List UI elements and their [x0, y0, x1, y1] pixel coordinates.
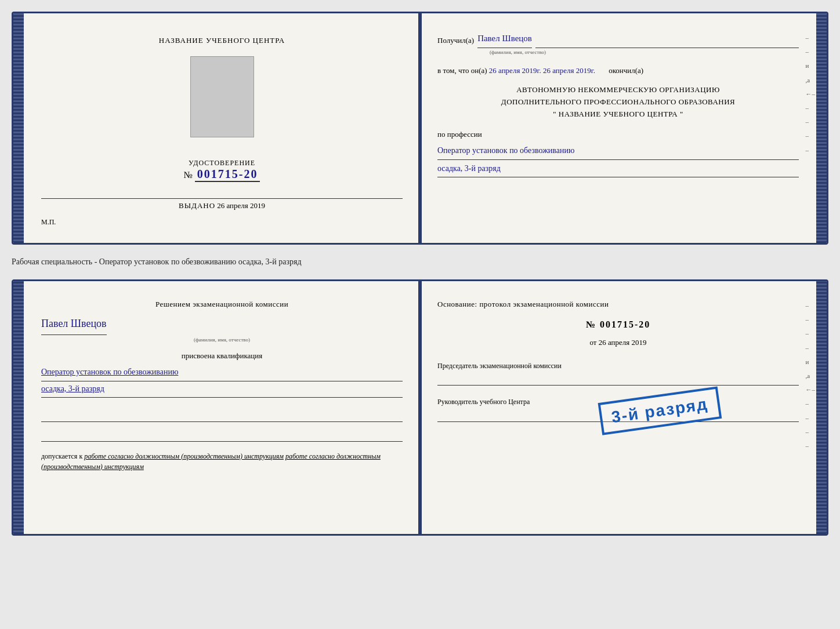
date-from-prefix: от: [589, 338, 596, 347]
page-wrapper: НАЗВАНИЕ УЧЕБНОГО ЦЕНТРА УДОСТОВЕРЕНИЕ №…: [12, 12, 828, 536]
center-name: НАЗВАНИЕ УЧЕБНОГО ЦЕНТРА: [159, 35, 285, 46]
person-name-bottom: Павел Швецов: [41, 314, 107, 335]
cert-label: УДОСТОВЕРЕНИЕ: [184, 159, 260, 168]
admission-value: работе согласно должностным (производств…: [84, 452, 284, 460]
bottom-doc-right: Основание: протокол экзаменационной коми…: [420, 281, 827, 534]
left-spine-bottom: [13, 281, 24, 534]
admission-text: допускается к работе согласно должностны…: [41, 451, 403, 472]
org-line3: " НАЗВАНИЕ УЧЕБНОГО ЦЕНТРА ": [437, 108, 799, 121]
in-that-label: в том, что он(а): [437, 66, 487, 75]
received-line: Получил(а) Павел Швецов: [437, 30, 799, 48]
cert-number: 001715-20: [195, 168, 260, 182]
protocol-number: № 001715-20: [437, 317, 799, 333]
protocol-prefix: №: [586, 319, 596, 329]
issued-label: Выдано: [179, 201, 215, 210]
cert-number-section: УДОСТОВЕРЕНИЕ № 001715-20: [184, 159, 260, 182]
protocol-date-value: 26 апреля 2019: [599, 338, 647, 347]
admission-label: допускается к: [41, 452, 82, 460]
issued-date: 26 апреля 2019: [217, 201, 265, 210]
right-spine-top: [816, 13, 827, 243]
top-doc-right-inner: Получил(а) Павел Швецов (фамилия, имя, о…: [437, 30, 809, 177]
bottom-doc-right-inner: Основание: протокол экзаменационной коми…: [437, 297, 809, 422]
photo-placeholder: [190, 56, 254, 137]
name-subtitle-top: (фамилия, имя, отчество): [490, 47, 799, 57]
qualification-value-2: осадка, 3-й разряд: [41, 381, 403, 398]
commission-decision: Решением экзаменационной комиссии: [41, 297, 403, 311]
completion-date: 26 апреля 2019г.: [489, 66, 541, 75]
chairman-label: Председатель экзаменационной комиссии: [437, 361, 799, 371]
sign-lines-bottom-left: [41, 409, 403, 442]
profession-value-1: Оператор установок по обезвоживанию: [437, 143, 799, 159]
basis-title: Основание: протокол экзаменационной коми…: [437, 297, 799, 311]
cert-number-line: № 001715-20: [184, 168, 260, 182]
right-spine-bottom: [816, 281, 827, 534]
org-line2: ДОПОЛНИТЕЛЬНОГО ПРОФЕССИОНАЛЬНОГО ОБРАЗО…: [437, 96, 799, 108]
sign-line-1: [41, 409, 403, 422]
in-that-line: в том, что он(а) 26 апреля 2019г. 26 апр…: [437, 63, 799, 78]
sign-line-2: [41, 429, 403, 442]
bottom-doc-left: Решением экзаменационной комиссии Павел …: [13, 281, 420, 534]
profession-label: по профессии: [437, 127, 799, 142]
top-right-dashes: – – и ,а ←– – – – –: [806, 31, 816, 157]
bottom-right-dashes: – – – – и ,а ←– – – – –: [806, 299, 816, 453]
finished-label: окончил(а): [609, 66, 643, 75]
head-sign-line: [437, 409, 799, 422]
profession-value-2: осадка, 3-й разряд: [437, 161, 799, 177]
head-section: Руководитель учебного Центра: [437, 397, 799, 422]
chairman-section: Председатель экзаменационной комиссии: [437, 361, 799, 386]
top-doc-right: Получил(а) Павел Швецов (фамилия, имя, о…: [420, 13, 827, 243]
qualification-assigned: присвоена квалификация: [41, 349, 403, 362]
name-subtitle-bottom: (фамилия, имя, отчество): [41, 335, 403, 344]
head-label: Руководитель учебного Центра: [437, 397, 799, 407]
protocol-num: 001715-20: [600, 319, 650, 329]
bottom-document: Решением экзаменационной комиссии Павел …: [12, 279, 828, 536]
received-label: Получил(а): [437, 33, 474, 48]
person-name-top: Павел Швецов: [477, 30, 532, 48]
left-spine: [13, 13, 24, 243]
org-block: АВТОНОМНУЮ НЕКОММЕРЧЕСКУЮ ОРГАНИЗАЦИЮ ДО…: [437, 84, 799, 120]
org-line1: АВТОНОМНУЮ НЕКОММЕРЧЕСКУЮ ОРГАНИЗАЦИЮ: [437, 84, 799, 96]
bottom-doc-left-inner: Решением экзаменационной комиссии Павел …: [31, 297, 403, 518]
person-name-bottom-wrapper: Павел Швецов (фамилия, имя, отчество): [41, 314, 403, 344]
top-doc-left: НАЗВАНИЕ УЧЕБНОГО ЦЕНТРА УДОСТОВЕРЕНИЕ №…: [13, 13, 420, 243]
top-doc-left-inner: НАЗВАНИЕ УЧЕБНОГО ЦЕНТРА УДОСТОВЕРЕНИЕ №…: [31, 30, 403, 227]
cert-number-prefix: №: [184, 170, 193, 180]
date-written: 26 апреля 2019г.: [543, 66, 595, 75]
protocol-date: от 26 апреля 2019: [437, 336, 799, 349]
qualification-value-1: Оператор установок по обезвоживанию: [41, 365, 403, 381]
dash-line-1: [535, 48, 799, 48]
mp-label: М.П.: [41, 218, 403, 227]
top-document: НАЗВАНИЕ УЧЕБНОГО ЦЕНТРА УДОСТОВЕРЕНИЕ №…: [12, 12, 828, 245]
issued-section: Выдано 26 апреля 2019: [41, 198, 403, 210]
chairman-sign-line: [437, 373, 799, 386]
between-label: Рабочая специальность - Оператор установ…: [12, 255, 828, 269]
